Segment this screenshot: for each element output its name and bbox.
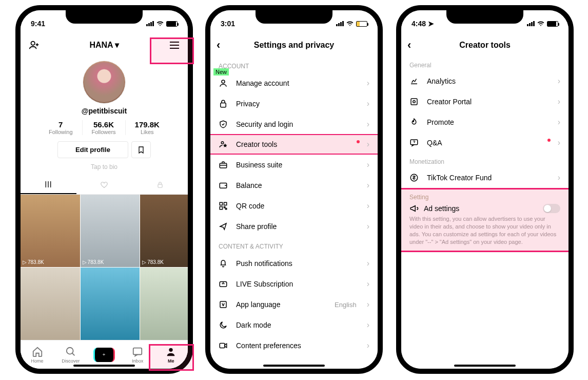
settings-row-push-notifications[interactable]: Push notifications›: [210, 253, 378, 274]
chevron-right-icon: ›: [367, 201, 369, 211]
portal-icon: [409, 97, 420, 106]
row-label: Privacy: [236, 100, 360, 108]
chevron-right-icon: ›: [558, 97, 560, 106]
row-value: English: [335, 301, 357, 309]
video-thumb[interactable]: [81, 268, 140, 340]
briefcase-icon: [219, 160, 229, 169]
video-thumb[interactable]: ▷ 783.8K: [140, 195, 188, 267]
section-account: ACCOUNT: [210, 56, 378, 73]
notch: [256, 10, 332, 24]
settings-row-creator-tools[interactable]: Creator tools›: [210, 134, 378, 155]
row-label: Share profile: [236, 222, 360, 231]
settings-row-share-profile[interactable]: Share profile›: [210, 216, 378, 237]
view-count: ▷ 783.8K: [23, 259, 44, 265]
view-count: ▷ 783.8K: [142, 259, 164, 265]
nav-home[interactable]: Home: [25, 346, 50, 364]
stat-likes[interactable]: 179.8KLikes: [125, 120, 169, 135]
settings-row-dark-mode[interactable]: Dark mode›: [210, 315, 378, 335]
menu-icon[interactable]: [168, 39, 181, 51]
avatar[interactable]: [83, 61, 126, 104]
creator-row-analytics[interactable]: Analytics›: [401, 71, 569, 91]
nav-header: ‹ Settings and privacy: [210, 34, 378, 56]
section-setting: Setting: [409, 194, 560, 204]
notification-dot: [547, 139, 551, 142]
home-indicator: [73, 365, 135, 367]
profile-title[interactable]: HANA▾: [89, 40, 119, 50]
svg-rect-14: [220, 301, 226, 308]
svg-rect-10: [220, 202, 222, 205]
chevron-right-icon: ›: [558, 173, 560, 182]
nav-create[interactable]: ＋: [91, 348, 117, 362]
settings-row-content-preferences[interactable]: Content preferences›: [210, 335, 378, 356]
stat-followers[interactable]: 56.6KFollowers: [82, 120, 125, 135]
settings-row-balance[interactable]: Balance›: [210, 175, 378, 196]
row-label: Security and login: [236, 120, 360, 128]
notch: [446, 10, 523, 24]
tab-grid[interactable]: [21, 176, 76, 194]
chevron-right-icon: ›: [558, 77, 560, 86]
svg-rect-15: [220, 344, 225, 348]
add-user-icon[interactable]: [28, 39, 40, 51]
person-icon: [219, 79, 229, 88]
video-thumb[interactable]: ▷ 783.8K: [21, 195, 80, 267]
row-label: LIVE Subscription: [236, 280, 360, 288]
ad-settings-toggle[interactable]: [543, 204, 560, 213]
svg-point-17: [413, 101, 416, 103]
chevron-right-icon: ›: [367, 99, 369, 108]
profile-header: HANA▾: [21, 34, 188, 56]
nav-inbox[interactable]: Inbox: [125, 346, 150, 364]
plus-icon: ＋: [93, 348, 115, 362]
row-label: Balance: [236, 181, 360, 189]
creator-row-q-a[interactable]: Q&A›: [401, 132, 569, 153]
nav-discover[interactable]: Discover: [58, 346, 84, 364]
stat-following[interactable]: 7Following: [40, 120, 82, 135]
settings-row-manage-account[interactable]: Manage account›: [210, 73, 378, 93]
video-thumb[interactable]: [21, 268, 80, 340]
wallet-icon: [219, 181, 229, 190]
bio-prompt[interactable]: Tap to bio: [21, 163, 188, 170]
row-label: Creator tools: [236, 140, 354, 148]
chevron-right-icon: ›: [367, 181, 369, 190]
creator-row-creator-portal[interactable]: Creator Portal›: [401, 91, 569, 112]
battery-icon: [356, 21, 367, 27]
share-icon: [219, 222, 229, 231]
nav-header: ‹ Creator tools: [401, 34, 569, 56]
settings-row-business-suite[interactable]: Business suite›: [210, 155, 378, 175]
svg-rect-1: [158, 184, 162, 187]
row-label: App language: [236, 300, 327, 309]
tab-private[interactable]: [132, 176, 188, 194]
page-title: Creator tools: [459, 41, 511, 50]
svg-point-2: [67, 347, 73, 354]
bookmark-button[interactable]: [131, 141, 151, 158]
creator-row-tiktok-creator-fund[interactable]: TikTok Creator Fund›: [401, 167, 569, 188]
username: @petitbiscuit: [21, 107, 188, 115]
nav-me[interactable]: Me: [158, 346, 184, 364]
video-thumb[interactable]: ▷ 783.8K: [81, 195, 140, 267]
row-label: Push notifications: [236, 259, 360, 268]
svg-point-7: [221, 142, 224, 144]
home-indicator: [454, 365, 516, 367]
tab-liked[interactable]: [76, 176, 132, 194]
notification-dot: [357, 140, 360, 143]
wifi-icon: [156, 21, 164, 27]
section-general: General: [401, 56, 569, 71]
settings-row-live-subscription[interactable]: LIVE Subscription›: [210, 274, 378, 294]
back-icon[interactable]: ‹: [217, 39, 220, 52]
video-thumb[interactable]: [140, 268, 188, 340]
svg-point-0: [31, 41, 35, 45]
settings-row-qr-code[interactable]: QR code›: [210, 196, 378, 216]
row-label: Manage account: [236, 79, 360, 87]
settings-row-privacy[interactable]: Privacy›: [210, 93, 378, 114]
edit-profile-button[interactable]: Edit profile: [57, 141, 128, 158]
back-icon[interactable]: ‹: [407, 39, 411, 52]
settings-row-app-language[interactable]: App languageEnglish›: [210, 294, 378, 315]
live-icon: [219, 279, 229, 289]
settings-row-security-and-login[interactable]: Security and login›: [210, 114, 378, 135]
svg-rect-12: [220, 207, 222, 210]
svg-rect-3: [133, 348, 142, 354]
creator-row-promote[interactable]: Promote›: [401, 112, 569, 132]
ad-settings-description: With this setting, you can allow adverti…: [409, 215, 560, 245]
moon-icon: [219, 320, 229, 330]
chevron-right-icon: ›: [367, 300, 369, 309]
signal-icon: [336, 21, 344, 26]
